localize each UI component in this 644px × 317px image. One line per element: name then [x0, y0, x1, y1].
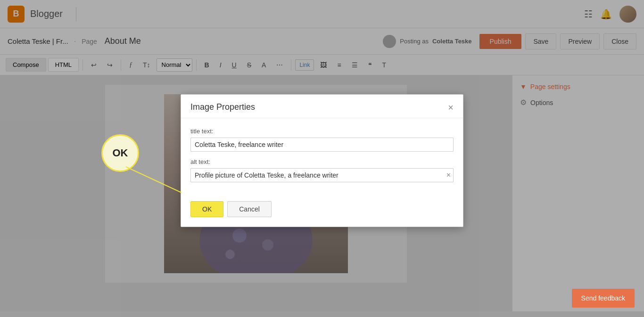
alt-text-input[interactable]: [190, 168, 454, 182]
image-properties-dialog: Image Properties × title text: alt text:…: [181, 94, 463, 227]
ok-button[interactable]: OK: [190, 201, 223, 217]
dialog-title: Image Properties: [190, 102, 255, 112]
alt-text-clear-button[interactable]: ×: [446, 171, 451, 179]
dialog-close-button[interactable]: ×: [448, 103, 454, 112]
modal-backdrop: Image Properties × title text: alt text:…: [0, 0, 644, 317]
dialog-body: title text: alt text: ×: [181, 118, 463, 201]
cancel-button[interactable]: Cancel: [227, 201, 272, 217]
send-feedback-button[interactable]: Send feedback: [572, 289, 635, 308]
dialog-header: Image Properties ×: [181, 95, 463, 118]
title-text-label: title text:: [190, 128, 454, 135]
alt-text-field-wrapper: ×: [190, 168, 454, 182]
alt-text-label: alt text:: [190, 158, 454, 165]
title-text-input[interactable]: [190, 138, 454, 152]
dialog-footer: OK Cancel: [181, 201, 463, 227]
